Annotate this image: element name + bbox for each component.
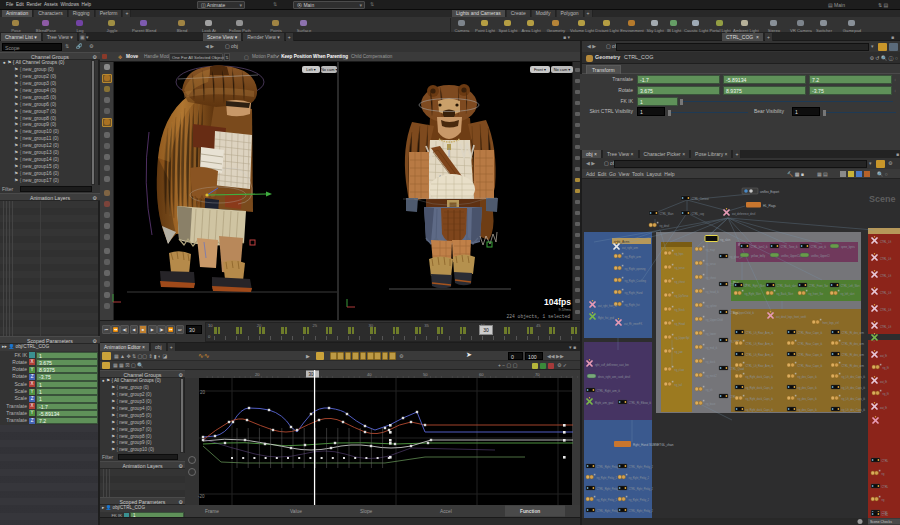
svg-text:rig_torso: rig_torso	[675, 266, 686, 270]
svg-text:50: 50	[423, 372, 428, 377]
svg-text:CTRL_lantJ_ik: CTRL_lantJ_ik	[751, 245, 769, 249]
svg-text:CTRL_Rt_dev_arm: CTRL_Rt_dev_arm	[842, 364, 864, 368]
svg-text:rig_Rght_Skirt: rig_Rght_Skirt	[745, 292, 762, 296]
svg-text:rig_Rght_Pinky_2: rig_Rght_Pinky_2	[629, 498, 650, 502]
svg-text:rig_jaw: rig_jaw	[675, 350, 683, 354]
svg-text:CTRL_Lft_Rear_Arm_ik: CTRL_Lft_Rear_Arm_ik	[746, 342, 774, 346]
svg-text:CTRL_Quad: CTRL_Quad	[730, 367, 745, 371]
svg-text:rig_left_skirt: rig_left_skirt	[841, 292, 855, 296]
svg-text:CTRL_Rear_Cape_ik: CTRL_Rear_Cape_ik	[798, 331, 823, 335]
svg-text:rig_UpperSpl: rig_UpperSpl	[675, 336, 691, 340]
svg-text:out_deference_devil: out_deference_devil	[732, 212, 756, 216]
svg-text:CTRL: CTRL	[882, 459, 889, 463]
svg-text:rig_devil: rig_devil	[660, 224, 670, 228]
svg-text:CTRL_Rt_Elbow_ik: CTRL_Rt_Elbow_ik	[629, 401, 652, 405]
svg-text:CTRL_Rt_dev_arm: CTRL_Rt_dev_arm	[842, 353, 864, 357]
svg-text:rig_tilt: rig_tilt	[706, 388, 713, 392]
svg-text:rig_UpTorso: rig_UpTorso	[675, 294, 690, 298]
svg-text:devis_right_ann_cardi_devil: devis_right_ann_cardi_devil	[598, 375, 631, 379]
svg-text:CTRL_Context: CTRL_Context	[692, 197, 709, 201]
svg-text:rig_Rght_Pinky_1: rig_Rght_Pinky_1	[597, 498, 618, 502]
svg-text:rig_head_ik: rig_head_ik	[706, 290, 720, 294]
svg-text:spine_lignts: spine_lignts	[841, 245, 855, 249]
svg-text:out_lft: out_lft	[880, 406, 887, 410]
svg-text:HL_Flags: HL_Flags	[763, 204, 776, 208]
svg-text:CTRL_Lft_Rear_Arm_ik: CTRL_Lft_Rear_Arm_ik	[746, 331, 774, 335]
svg-text:uniflex_Export: uniflex_Export	[760, 190, 779, 194]
svg-text:Slope: Slope	[360, 509, 373, 514]
svg-text:CTRL_Rt_dev_arm: CTRL_Rt_dev_arm	[842, 331, 864, 335]
svg-text:CTRL: CTRL	[882, 513, 889, 517]
svg-text:rig_UpperChild: rig_UpperChild	[706, 318, 724, 322]
svg-text:CTRL_Front_Sw: CTRL_Front_Sw	[809, 284, 828, 288]
svg-text:CTRL_Rght_Pinky_2: CTRL_Rght_Pinky_2	[629, 487, 654, 491]
svg-text:rig_Rght_Pinky_1: rig_Rght_Pinky_1	[597, 476, 618, 480]
svg-text:rig_tail: rig_tail	[675, 383, 683, 387]
svg-text:CTRL_Rght_Pinky_1: CTRL_Rght_Pinky_1	[597, 509, 622, 513]
svg-text:CTRL_Main: CTRL_Main	[660, 212, 674, 216]
svg-text:rig_Lft_dev_Caps_ik: rig_Lft_dev_Caps_ik	[842, 375, 866, 379]
svg-text:rig_Lft_dev_Caps_ik: rig_Lft_dev_Caps_ik	[842, 408, 866, 412]
svg-text:out_devil_legs_front_verifi: out_devil_legs_front_verifi	[776, 315, 807, 319]
svg-text:CTRL_Rght_Pinky_2: CTRL_Rght_Pinky_2	[629, 465, 654, 469]
svg-text:Accel: Accel	[440, 509, 452, 514]
svg-text:CTRL_Rght_Pinky_1: CTRL_Rght_Pinky_1	[597, 487, 622, 491]
svg-text:CTRL_Left_Skirt: CTRL_Left_Skirt	[841, 284, 860, 288]
svg-text:rig_Rght_Pinky_2: rig_Rght_Pinky_2	[629, 476, 650, 480]
svg-text:rig_dev_Caps_ik: rig_dev_Caps_ik	[798, 397, 818, 401]
svg-text:out_rght_hier_fk: out_rght_hier_fk	[598, 304, 617, 308]
svg-text:front_legs_ctrl: front_legs_ctrl	[823, 321, 840, 325]
svg-text:rig_front_Sw: rig_front_Sw	[809, 292, 824, 296]
svg-text:rig_dev_Caps_ik: rig_dev_Caps_ik	[798, 408, 818, 412]
svg-text:Right_arm_goal: Right_arm_goal	[595, 401, 614, 405]
svg-text:rig_lft: rig_lft	[883, 366, 890, 370]
svg-text:rig_neck2: rig_neck2	[706, 374, 718, 378]
svg-text:Rght_fist_grid: Rght_fist_grid	[598, 316, 615, 320]
svg-text:out_lft: out_lft	[880, 380, 887, 384]
svg-text:rig_Rght_dock_Caps_ik: rig_Rght_dock_Caps_ik	[746, 386, 774, 390]
svg-text:rig_chest: rig_chest	[706, 276, 717, 280]
svg-text:30: 30	[309, 372, 315, 377]
svg-text:CTRL_Rght_Pinky_2: CTRL_Rght_Pinky_2	[629, 509, 654, 513]
svg-text:rig_Right_arm: rig_Right_arm	[625, 255, 641, 259]
svg-text:out_lft: out_lft	[880, 354, 887, 358]
svg-text:rig_mid_ik: rig_mid_ik	[706, 346, 719, 350]
svg-text:rig_Back_Skirt: rig_Back_Skirt	[777, 292, 794, 296]
svg-text:Function: Function	[520, 509, 540, 514]
svg-text:CTRL_Lft_Rear_Arm_ik: CTRL_Lft_Rear_Arm_ik	[746, 353, 774, 357]
svg-text:CTRL_Tone_ik: CTRL_Tone_ik	[781, 245, 799, 249]
svg-text:uniflex_UpperCl: uniflex_UpperCl	[811, 254, 830, 258]
svg-text:rig_Rght_dock_Caps_ik: rig_Rght_dock_Caps_ik	[746, 375, 774, 379]
svg-text:CTRL_Lft: CTRL_Lft	[880, 325, 891, 329]
svg-text:CTRL_Lft: CTRL_Lft	[880, 257, 891, 261]
svg-text:Rght_Hand SUBNETGL_chan: Rght_Hand SUBNETGL_chan	[633, 443, 674, 447]
svg-text:rig_skin: rig_skin	[720, 238, 731, 242]
svg-text:CTRL_Lft: CTRL_Lft	[880, 308, 891, 312]
svg-text:Frame: Frame	[205, 509, 219, 514]
svg-text:CTRL_Lft_Rear_Arm_ik: CTRL_Lft_Rear_Arm_ik	[746, 364, 774, 368]
svg-text:rig_Lft_dev_Caps_ik: rig_Lft_dev_Caps_ik	[842, 386, 866, 390]
svg-text:rig_Rght_dock_Caps_ik: rig_Rght_dock_Caps_ik	[746, 408, 774, 412]
svg-text:CTRL_Rear_Cape_ik: CTRL_Rear_Cape_ik	[798, 364, 823, 368]
svg-text:CTRL_Back_skirt: CTRL_Back_skirt	[777, 284, 797, 288]
svg-text:-20: -20	[198, 494, 205, 499]
svg-text:CTRL_Lft: CTRL_Lft	[880, 291, 891, 295]
svg-text:rig_hips: rig_hips	[675, 252, 685, 256]
svg-text:Scene: Scene	[869, 194, 896, 204]
svg-text:CTRL_cog: CTRL_cog	[692, 212, 705, 216]
svg-text:rig_Lft_dev_Caps_ik: rig_Lft_dev_Caps_ik	[842, 397, 866, 401]
svg-text:rig_claw: rig_claw	[675, 368, 685, 372]
svg-text:rig_lft: rig_lft	[883, 392, 890, 396]
svg-text:rig_base: rig_base	[706, 402, 717, 406]
svg-text:CTRL_Rear_Cape_ik: CTRL_Rear_Cape_ik	[798, 342, 823, 346]
svg-text:rig_dev_Caps_ik: rig_dev_Caps_ik	[798, 386, 818, 390]
svg-text:CTRL_Rt_dev_arm: CTRL_Rt_dev_arm	[842, 342, 864, 346]
svg-text:yellow_belly: yellow_belly	[751, 254, 766, 258]
svg-text:CTRL_Rght_Skirt: CTRL_Rght_Skirt	[745, 284, 766, 288]
svg-text:rig_lower: rig_lower	[706, 332, 717, 336]
svg-text:CTRL_jaw_ik: CTRL_jaw_ik	[811, 245, 827, 249]
svg-text:CTRL: CTRL	[882, 485, 889, 489]
svg-text:rig_spline: rig_spline	[706, 304, 718, 308]
svg-text:CTRL_Lft: CTRL_Lft	[880, 240, 891, 244]
svg-text:Value: Value	[290, 509, 302, 514]
